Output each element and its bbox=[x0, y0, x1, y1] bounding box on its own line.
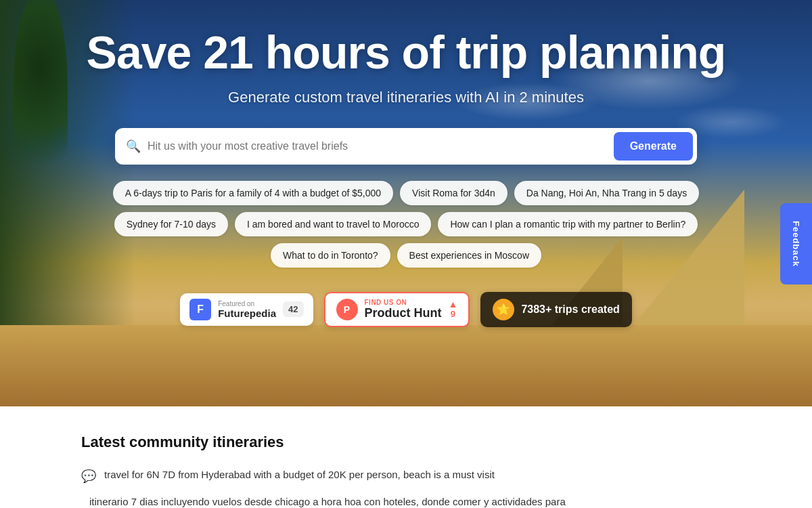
producthunt-find-us-on: FIND US ON bbox=[365, 299, 442, 306]
producthunt-text: FIND US ON Product Hunt bbox=[365, 299, 442, 320]
chip-paris[interactable]: A 6-days trip to Paris for a family of 4… bbox=[113, 181, 393, 205]
upvote-arrow-icon: ▲ bbox=[449, 299, 458, 309]
chip-berlin[interactable]: How can I plan a romantic trip with my p… bbox=[438, 212, 698, 236]
community-item-text: travel for 6N 7D from Hyderabad with a b… bbox=[104, 467, 495, 483]
futurepedia-name: Futurepedia bbox=[218, 308, 276, 319]
chip-morocco[interactable]: I am bored and want to travel to Morocco bbox=[235, 212, 431, 236]
chip-sydney[interactable]: Sydney for 7-10 days bbox=[114, 212, 228, 236]
comment-icon: 💬 bbox=[81, 469, 96, 484]
chip-toronto[interactable]: What to do in Toronto? bbox=[271, 243, 390, 268]
futurepedia-badge[interactable]: F Featured on Futurepedia 42 bbox=[180, 293, 313, 326]
producthunt-logo: P bbox=[336, 299, 358, 320]
hero-subtitle: Generate custom travel itineraries with … bbox=[0, 89, 812, 106]
generate-button[interactable]: Generate bbox=[614, 132, 693, 161]
producthunt-badge[interactable]: P FIND US ON Product Hunt ▲ 9 bbox=[324, 292, 470, 327]
producthunt-votes: ▲ 9 bbox=[449, 299, 458, 319]
futurepedia-count: 42 bbox=[283, 301, 303, 317]
futurepedia-logo: F bbox=[189, 299, 211, 320]
feedback-tab[interactable]: Feedback bbox=[780, 203, 812, 284]
list-item[interactable]: itinerario 7 dias incluyendo vuelos desd… bbox=[81, 494, 731, 508]
hero-title: Save 21 hours of trip planning bbox=[0, 27, 812, 78]
producthunt-name: Product Hunt bbox=[365, 306, 442, 320]
chip-moscow[interactable]: Best experiences in Moscow bbox=[397, 243, 541, 268]
community-item-text: itinerario 7 dias incluyendo vuelos desd… bbox=[89, 494, 566, 508]
badges-row: F Featured on Futurepedia 42 P FIND US O… bbox=[180, 292, 632, 327]
futurepedia-text: Featured on Futurepedia bbox=[218, 300, 276, 319]
trips-count: 7383+ trips created bbox=[521, 303, 619, 316]
hero-content: Save 21 hours of trip planning Generate … bbox=[0, 27, 812, 287]
chip-danang[interactable]: Da Nang, Hoi An, Nha Trang in 5 days bbox=[514, 181, 699, 205]
search-input[interactable] bbox=[148, 140, 614, 152]
vote-count: 9 bbox=[451, 309, 455, 319]
search-bar: 🔍 Generate bbox=[115, 128, 697, 165]
list-item[interactable]: 💬 travel for 6N 7D from Hyderabad with a… bbox=[81, 467, 731, 484]
search-icon: 🔍 bbox=[126, 139, 141, 154]
hero-section: Save 21 hours of trip planning Generate … bbox=[0, 0, 812, 406]
community-section: Latest community itineraries 💬 travel fo… bbox=[0, 406, 812, 508]
community-section-title: Latest community itineraries bbox=[81, 433, 731, 451]
ground-decoration bbox=[0, 325, 812, 406]
futurepedia-featured-label: Featured on bbox=[218, 300, 276, 308]
suggestion-chips: A 6-days trip to Paris for a family of 4… bbox=[108, 181, 704, 268]
trips-badge[interactable]: ⭐ 7383+ trips created bbox=[480, 292, 631, 327]
star-icon: ⭐ bbox=[493, 299, 514, 320]
chip-roma[interactable]: Visit Roma for 3d4n bbox=[400, 181, 508, 205]
